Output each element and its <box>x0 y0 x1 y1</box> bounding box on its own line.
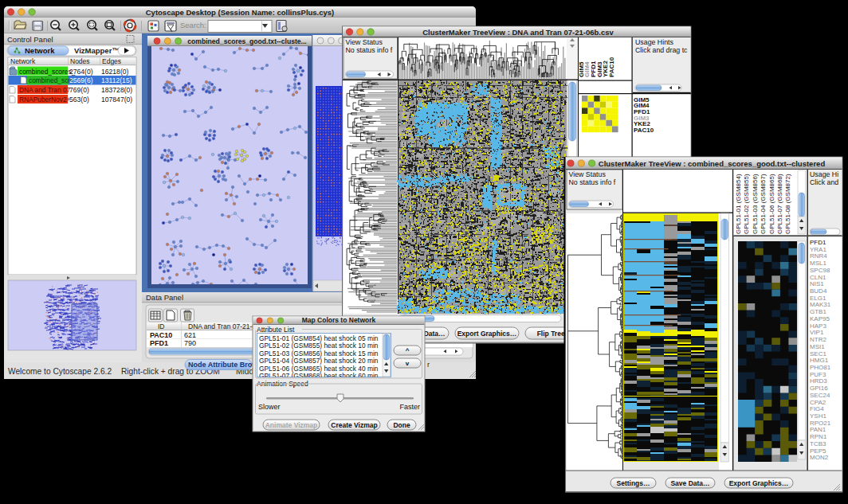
svg-text:GPL51-02 (GSM855): GPL51-02 (GSM855) <box>743 174 750 234</box>
svg-text:RPN1: RPN1 <box>810 433 827 440</box>
svg-text:GPL51-03 (GSM856) heat shock 1: GPL51-03 (GSM856) heat shock 15 min <box>259 350 379 357</box>
svg-text:PFD1: PFD1 <box>810 239 826 246</box>
svg-text:GPL51-07 (GSM868): GPL51-07 (GSM868) <box>776 174 783 234</box>
svg-text:Usage Hints: Usage Hints <box>635 38 674 46</box>
svg-text:BUD4: BUD4 <box>810 287 827 295</box>
svg-text:TCB3: TCB3 <box>810 440 826 447</box>
svg-text:Click and drag tc: Click and drag tc <box>635 46 688 54</box>
svg-text:Slower: Slower <box>258 403 281 411</box>
svg-text:Map Colors to Network: Map Colors to Network <box>302 316 376 324</box>
svg-text:SEC24: SEC24 <box>810 392 830 399</box>
svg-text:GPL51-04 (GSM857) heat shock 2: GPL51-04 (GSM857) heat shock 20 min <box>259 357 379 365</box>
svg-text:r: r <box>427 361 430 369</box>
svg-text:SEC1: SEC1 <box>810 350 826 357</box>
svg-text:CLN1: CLN1 <box>810 274 826 281</box>
svg-text:^: ^ <box>406 347 410 354</box>
svg-text:HRD3: HRD3 <box>810 377 827 385</box>
svg-text:PAC10: PAC10 <box>634 127 654 134</box>
svg-text:RPO21: RPO21 <box>810 420 831 427</box>
svg-text:Save Data…: Save Data… <box>670 479 709 487</box>
svg-text:2764(0): 2764(0) <box>69 68 93 76</box>
svg-text:View Status: View Status <box>346 38 383 46</box>
svg-text:combined_scores_good.txt--clus: combined_scores_good.txt--cluste... <box>187 37 306 45</box>
svg-text:790: 790 <box>184 339 196 347</box>
svg-text:GPL51-06 (GSM865) heat shock 4: GPL51-06 (GSM865) heat shock 40 min <box>259 365 379 373</box>
svg-text:v: v <box>406 360 410 367</box>
svg-text:GPL51-03 (GSM856): GPL51-03 (GSM856) <box>752 174 759 234</box>
svg-text:View Status: View Status <box>569 170 607 178</box>
svg-text:PHO81: PHO81 <box>810 364 831 371</box>
svg-text:Usage Hi: Usage Hi <box>810 170 838 178</box>
svg-text:YRA1: YRA1 <box>810 246 826 253</box>
svg-text:NIS1: NIS1 <box>810 280 824 287</box>
svg-text:ClusterMaker TreeView : DNA an: ClusterMaker TreeView : DNA and Tran 07-… <box>422 28 614 37</box>
svg-text:FIG4: FIG4 <box>810 405 824 412</box>
svg-text:VIP1: VIP1 <box>810 329 824 336</box>
svg-text:GPL51-01 (GSM854) heat shock 0: GPL51-01 (GSM854) heat shock 05 min <box>259 334 379 342</box>
svg-text:HAP3: HAP3 <box>810 322 826 330</box>
svg-text:Faster: Faster <box>399 403 420 411</box>
svg-text:RNAPuberNov2+: RNAPuberNov2+ <box>19 96 71 104</box>
svg-text:769(0): 769(0) <box>69 86 89 94</box>
svg-text:GPL51-04 (GSM857): GPL51-04 (GSM857) <box>760 174 767 234</box>
svg-text:GPL51-02 (GSM855) heat shock 1: GPL51-02 (GSM855) heat shock 10 min <box>259 342 379 350</box>
svg-text:Nodes: Nodes <box>70 57 90 65</box>
svg-text:Welcome to Cytoscape 2.6.2: Welcome to Cytoscape 2.6.2 <box>8 367 112 376</box>
svg-text:ELG1: ELG1 <box>810 295 826 302</box>
svg-text:GPI16: GPI16 <box>810 385 828 392</box>
svg-text:13112(15): 13112(15) <box>101 76 132 84</box>
svg-text:621: 621 <box>184 331 196 339</box>
svg-text:PAC10: PAC10 <box>150 331 172 339</box>
svg-text:Settings…: Settings… <box>616 479 650 487</box>
svg-text:combined_scores_: combined_scores_ <box>19 68 76 76</box>
svg-text:No status info f: No status info f <box>346 46 393 54</box>
svg-text:No status info f: No status info f <box>569 178 616 186</box>
svg-text:DNA and Tran 07: DNA and Tran 07 <box>19 86 71 94</box>
svg-text:NTR2: NTR2 <box>810 336 826 343</box>
svg-text:183728(0): 183728(0) <box>101 86 132 94</box>
svg-text:CPA2: CPA2 <box>810 399 826 406</box>
svg-text:GTB1: GTB1 <box>810 308 826 315</box>
svg-text:Node Attribute Brows: Node Attribute Brows <box>188 361 261 369</box>
svg-text:GPL51-01 (GSM854): GPL51-01 (GSM854) <box>735 174 742 234</box>
svg-text:563(0): 563(0) <box>69 96 89 104</box>
svg-text:Create Vizmap: Create Vizmap <box>331 421 377 429</box>
svg-text:Edges: Edges <box>102 57 121 65</box>
svg-text:PFD1: PFD1 <box>150 339 168 347</box>
svg-text:PUF3: PUF3 <box>810 371 826 378</box>
svg-text:ID: ID <box>158 322 165 330</box>
svg-text:16218(0): 16218(0) <box>101 68 129 76</box>
svg-text:PAC10: PAC10 <box>608 57 615 77</box>
svg-text:Search:: Search: <box>180 21 206 29</box>
svg-text:Done: Done <box>393 421 410 429</box>
svg-text:107847(0): 107847(0) <box>101 96 132 104</box>
svg-text:MSL1: MSL1 <box>810 260 826 267</box>
svg-text:GPL51-08 (GSM872): GPL51-08 (GSM872) <box>784 174 791 234</box>
svg-text:MAK31: MAK31 <box>810 301 831 308</box>
svg-text:SPC98: SPC98 <box>810 267 830 274</box>
svg-text:Attribute List: Attribute List <box>257 326 295 334</box>
svg-text:MSI1: MSI1 <box>810 343 825 350</box>
svg-text:Export Graphics…: Export Graphics… <box>729 479 789 487</box>
svg-text:Data Panel: Data Panel <box>146 293 183 302</box>
svg-text:Cytoscape Desktop (Session Nam: Cytoscape Desktop (Session Name: collins… <box>146 8 335 17</box>
svg-text:GPL51-06 (GSM865): GPL51-06 (GSM865) <box>768 174 775 234</box>
svg-text:ClusterMaker TreeView : combin: ClusterMaker TreeView : combined_scores_… <box>599 159 826 168</box>
svg-text:PAN1: PAN1 <box>810 426 826 433</box>
svg-text:Control Panel: Control Panel <box>7 35 53 44</box>
svg-text:MON2: MON2 <box>810 454 829 461</box>
svg-text:YSH1: YSH1 <box>810 412 826 420</box>
svg-text:combined_sco: combined_sco <box>29 76 72 84</box>
svg-text:Click and: Click and <box>810 178 838 186</box>
svg-text:Export Graphics…: Export Graphics… <box>457 330 517 338</box>
svg-text:HMG1: HMG1 <box>810 357 829 364</box>
svg-text:Network: Network <box>25 46 55 55</box>
svg-text:PEP5: PEP5 <box>810 447 826 455</box>
svg-text:KAP95: KAP95 <box>810 315 830 322</box>
svg-text:VizMapper™: VizMapper™ <box>74 46 120 55</box>
svg-text:RNR4: RNR4 <box>810 252 827 260</box>
svg-text:Animate Vizmap: Animate Vizmap <box>265 421 318 429</box>
svg-text:Network: Network <box>10 57 36 65</box>
svg-text:2569(6): 2569(6) <box>69 76 93 84</box>
